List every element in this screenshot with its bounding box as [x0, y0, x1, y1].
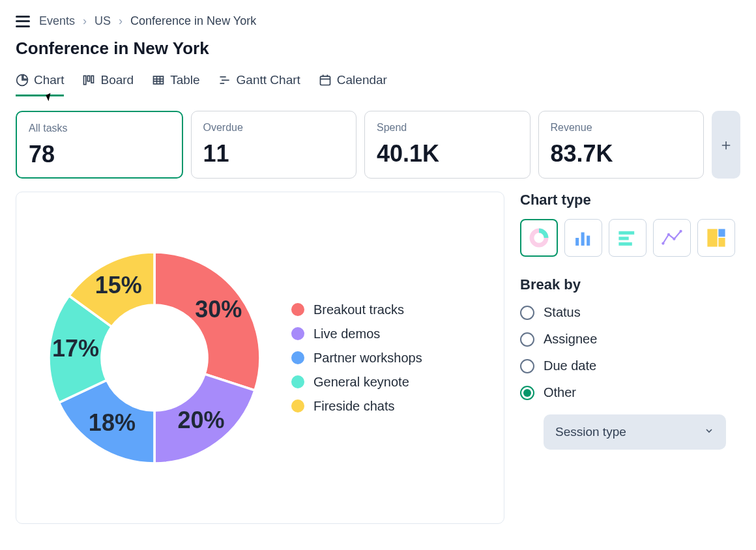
svg-rect-1	[88, 76, 90, 81]
radio-label: Other	[544, 385, 576, 400]
breadcrumb-item-events[interactable]: Events	[39, 14, 75, 28]
svg-point-25	[679, 230, 682, 233]
svg-rect-11	[320, 76, 330, 85]
tab-calendar[interactable]: Calendar	[319, 73, 387, 96]
kpi-label: Revenue	[551, 122, 692, 134]
chart-type-bar-horizontal[interactable]	[609, 219, 647, 257]
break-by-option-due_date[interactable]: Due date	[520, 358, 740, 373]
legend-item[interactable]: Live demos	[291, 326, 422, 341]
tab-gantt[interactable]: Gantt Chart	[218, 73, 300, 96]
view-tabs: Chart Board Table Gantt Chart Calendar	[16, 73, 740, 96]
board-icon	[82, 74, 95, 87]
chart-type-heading: Chart type	[520, 192, 740, 209]
svg-rect-28	[718, 238, 725, 247]
svg-rect-18	[587, 236, 590, 246]
legend-label: Fireside chats	[313, 399, 395, 414]
svg-rect-16	[575, 238, 579, 246]
pie-chart-icon	[16, 74, 29, 87]
svg-rect-2	[92, 76, 94, 83]
kpi-card-revenue[interactable]: Revenue 83.7K	[538, 111, 705, 179]
donut-slice-label: 17%	[52, 335, 99, 362]
radio-label: Status	[544, 305, 581, 320]
legend-item[interactable]: Breakout tracks	[291, 302, 422, 317]
break-by-option-other[interactable]: Other	[520, 385, 740, 400]
tab-label: Gantt Chart	[237, 73, 300, 87]
chevron-right-icon: ›	[119, 14, 123, 28]
tab-label: Chart	[34, 73, 64, 87]
kpi-value: 78	[29, 141, 170, 168]
svg-rect-0	[84, 76, 86, 84]
chart-type-line[interactable]	[653, 219, 691, 257]
breadcrumb-item-us[interactable]: US	[94, 14, 111, 28]
legend-swatch	[291, 303, 304, 316]
svg-rect-27	[718, 229, 725, 237]
chart-type-bar-vertical[interactable]	[564, 219, 602, 257]
radio-icon	[520, 306, 534, 320]
legend-swatch	[291, 399, 304, 412]
tab-label: Table	[170, 73, 199, 87]
legend-swatch	[291, 375, 304, 388]
legend-swatch	[291, 327, 304, 340]
chevron-down-icon	[704, 425, 714, 439]
break-by-radio-group: StatusAssigneeDue dateOther	[520, 305, 740, 400]
kpi-value: 11	[203, 140, 345, 167]
kpi-card-all-tasks[interactable]: All tasks 78	[16, 111, 183, 179]
legend-swatch	[291, 351, 304, 364]
legend-item[interactable]: Partner workshops	[291, 351, 422, 366]
donut-slice-label: 18%	[89, 409, 136, 436]
kpi-label: All tasks	[29, 123, 170, 134]
kpi-value: 40.1K	[377, 140, 518, 167]
svg-rect-20	[618, 237, 628, 240]
tab-board[interactable]: Board	[82, 73, 134, 96]
chart-legend: Breakout tracksLive demosPartner worksho…	[291, 302, 422, 414]
donut-chart: 30%20%18%17%15%	[37, 240, 272, 475]
chart-panel: 30%20%18%17%15% Breakout tracksLive demo…	[16, 192, 504, 524]
svg-rect-3	[154, 76, 164, 84]
tab-label: Calendar	[337, 73, 387, 87]
legend-label: General keynote	[313, 375, 409, 390]
tab-chart[interactable]: Chart	[16, 73, 64, 96]
calendar-icon	[319, 74, 332, 87]
donut-slice-label: 30%	[195, 296, 242, 323]
tab-label: Board	[100, 73, 134, 87]
radio-label: Due date	[544, 358, 596, 373]
breadcrumb: Events › US › Conference in New York	[39, 14, 256, 28]
svg-rect-21	[618, 242, 632, 246]
legend-label: Live demos	[313, 326, 380, 341]
chevron-right-icon: ›	[83, 14, 87, 28]
radio-label: Assignee	[544, 332, 597, 347]
gantt-icon	[218, 74, 231, 87]
svg-rect-17	[581, 233, 585, 246]
chart-type-treemap[interactable]	[697, 219, 735, 257]
tab-table[interactable]: Table	[152, 73, 199, 96]
svg-point-24	[673, 238, 675, 240]
kpi-card-spend[interactable]: Spend 40.1K	[364, 111, 531, 179]
kpi-card-overdue[interactable]: Overdue 11	[191, 111, 357, 179]
kpi-value: 83.7K	[551, 140, 692, 167]
kpi-cards: All tasks 78 Overdue 11 Spend 40.1K Reve…	[16, 111, 740, 179]
add-kpi-button[interactable]: ＋	[712, 111, 740, 179]
menu-icon[interactable]	[16, 16, 30, 27]
legend-item[interactable]: Fireside chats	[291, 399, 422, 414]
break-by-heading: Break by	[520, 276, 740, 293]
svg-point-22	[662, 242, 664, 244]
svg-point-23	[667, 233, 670, 236]
breadcrumb-item-current[interactable]: Conference in New York	[130, 14, 256, 28]
plus-icon: ＋	[718, 134, 734, 155]
table-icon	[152, 74, 165, 87]
radio-icon	[520, 332, 534, 347]
svg-rect-19	[618, 231, 634, 235]
select-value: Session type	[555, 425, 626, 439]
donut-slice-label: 15%	[95, 272, 142, 298]
page-title: Conference in New York	[16, 38, 740, 59]
kpi-label: Overdue	[203, 122, 345, 134]
chart-type-donut[interactable]	[520, 219, 558, 257]
break-by-option-status[interactable]: Status	[520, 305, 740, 320]
break-by-option-assignee[interactable]: Assignee	[520, 332, 740, 347]
break-by-other-select[interactable]: Session type	[544, 414, 726, 450]
svg-rect-26	[707, 229, 717, 246]
legend-label: Partner workshops	[313, 351, 422, 366]
legend-label: Breakout tracks	[313, 302, 404, 317]
legend-item[interactable]: General keynote	[291, 375, 422, 390]
kpi-label: Spend	[377, 122, 518, 134]
